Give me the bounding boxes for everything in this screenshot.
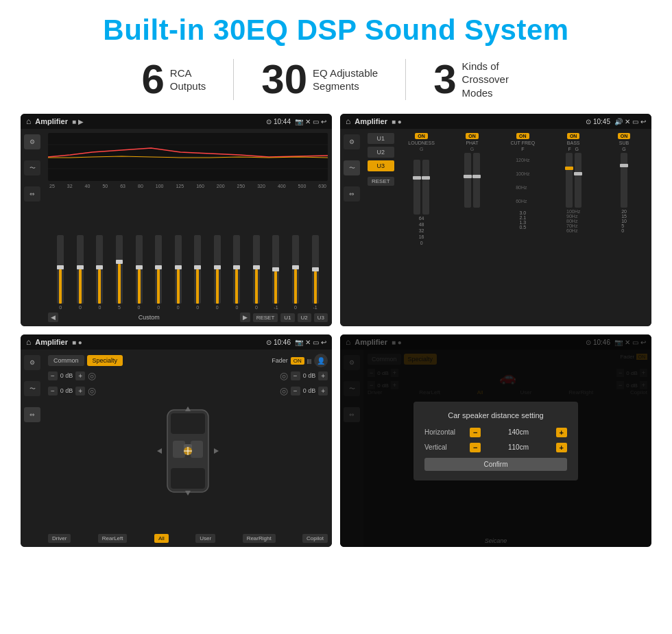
eq-next-btn[interactable]: ▶: [240, 313, 250, 322]
fader-bars: |||: [307, 358, 311, 364]
fader-rr-minus[interactable]: −: [291, 387, 300, 395]
fader-rl-plus[interactable]: +: [75, 387, 85, 395]
fader-fl-plus[interactable]: +: [75, 371, 85, 380]
horizontal-plus-btn[interactable]: +: [556, 428, 567, 437]
slider-1[interactable]: 0: [57, 235, 64, 310]
phat-toggle[interactable]: ON: [466, 133, 479, 139]
slider-14[interactable]: -1: [312, 235, 319, 310]
loudness-toggle[interactable]: ON: [415, 133, 428, 139]
slider-9[interactable]: 0: [214, 235, 221, 310]
rear-right-btn[interactable]: RearRight: [243, 534, 276, 543]
slider-3[interactable]: 0: [96, 235, 103, 310]
fader-rl-row: − 0 dB + ◎: [48, 385, 96, 396]
amp-sidebar-btn-2[interactable]: 〜: [344, 160, 360, 175]
cutfreq-toggle[interactable]: ON: [516, 133, 529, 139]
stats-row: 6 RCAOutputs 30 EQ AdjustableSegments 3 …: [21, 59, 651, 100]
fader-back-icon[interactable]: ↩: [321, 339, 326, 346]
user-btn[interactable]: User: [195, 534, 215, 543]
car-diagram: [101, 370, 274, 531]
amp-body: ⚙ 〜 ⇔ U1 U2 U3 RESET: [340, 129, 651, 326]
fader-sidebar-btn-2[interactable]: 〜: [24, 381, 40, 396]
back-icon[interactable]: ↩: [321, 118, 326, 125]
specialty-tab[interactable]: Specialty: [87, 355, 123, 366]
channel-loudness: ON LOUDNESS G: [398, 133, 445, 245]
fader-rr-plus[interactable]: +: [318, 387, 328, 395]
fader-home-icon[interactable]: ⌂: [26, 337, 31, 347]
eq-u1-btn[interactable]: U1: [280, 313, 294, 322]
fader-toggle[interactable]: ON: [291, 357, 304, 365]
amp-screen: ⌂ Amplifier ■ ● ⊙ 10:45 🔊 ✕ ▭ ↩ ⚙ 〜 ⇔: [340, 114, 651, 326]
fader-fr-minus[interactable]: −: [291, 371, 300, 380]
eq-dots: ■ ▶: [72, 118, 84, 125]
bass-toggle[interactable]: ON: [567, 133, 580, 139]
fader-fr-plus[interactable]: +: [318, 371, 328, 380]
eq-sidebar-btn-3[interactable]: ⇔: [24, 186, 40, 202]
window-icon[interactable]: ▭: [313, 118, 319, 125]
screens-grid: ⌂ Amplifier ■ ▶ ⊙ 10:44 📷 ✕ ▭ ↩ ⚙ 〜 ⇔: [21, 114, 651, 547]
fader-fl-val: 0 dB: [60, 372, 73, 379]
fader-icons: 📷 ✕ ▭ ↩: [295, 339, 326, 346]
u2-btn[interactable]: U2: [368, 147, 394, 158]
fader-person-icon[interactable]: 👤: [314, 354, 328, 367]
slider-12[interactable]: -1: [272, 235, 279, 310]
eq-prev-btn[interactable]: ◀: [48, 313, 58, 322]
phat-sub: G: [470, 147, 474, 151]
amp-home-icon[interactable]: ⌂: [346, 117, 350, 126]
copilot-btn[interactable]: Copilot: [302, 534, 328, 543]
eq-sidebar-btn-2[interactable]: 〜: [24, 160, 40, 175]
slider-11[interactable]: 0: [253, 235, 260, 310]
slider-10[interactable]: 0: [233, 235, 240, 310]
eq-sidebar-btn-1[interactable]: ⚙: [24, 134, 40, 149]
horizontal-minus-btn[interactable]: −: [470, 428, 481, 437]
slider-2[interactable]: 0: [77, 235, 84, 310]
fader-top-bar: Common Specialty Fader ON ||| 👤: [48, 354, 328, 367]
x-icon[interactable]: ✕: [305, 118, 311, 125]
vertical-plus-btn[interactable]: +: [556, 443, 567, 452]
rear-left-btn[interactable]: RearLeft: [98, 534, 128, 543]
u1-btn[interactable]: U1: [368, 133, 394, 144]
eq-app-title: Amplifier: [35, 117, 68, 125]
vertical-row: Vertical − 110cm +: [424, 443, 567, 452]
page: Built-in 30EQ DSP Sound System 6 RCAOutp…: [0, 0, 672, 634]
sub-toggle[interactable]: ON: [618, 133, 631, 139]
amp-sidebar-btn-1[interactable]: ⚙: [344, 134, 360, 149]
fader-label: Fader: [272, 357, 288, 364]
fader-rl-minus[interactable]: −: [48, 387, 58, 395]
eq-u3-btn[interactable]: U3: [314, 313, 328, 322]
confirm-button[interactable]: Confirm: [424, 458, 567, 471]
stat-rca-number: 6: [141, 59, 164, 100]
u3-btn[interactable]: U3: [368, 160, 394, 171]
slider-6[interactable]: 0: [155, 235, 162, 310]
slider-13[interactable]: 0: [292, 235, 299, 310]
fader-window-icon[interactable]: ▭: [313, 339, 319, 346]
amp-back-icon[interactable]: ↩: [640, 118, 646, 125]
vertical-minus-btn[interactable]: −: [470, 443, 481, 452]
amp-sidebar-btn-3[interactable]: ⇔: [344, 186, 360, 202]
fader-rl-val: 0 dB: [60, 387, 73, 394]
slider-7[interactable]: 0: [175, 235, 182, 310]
slider-4[interactable]: 5: [116, 235, 123, 310]
amp-reset-btn[interactable]: RESET: [368, 177, 394, 186]
driver-btn[interactable]: Driver: [48, 534, 71, 543]
dialog-overlay: Car speaker distance setting Horizontal …: [340, 334, 651, 547]
slider-8[interactable]: 0: [194, 235, 201, 310]
channel-cutfreq: ON CUT FREQ F 120Hz100Hz80Hz60Hz 3.02.11…: [499, 133, 546, 245]
camera-icon: 📷: [295, 118, 303, 125]
horizontal-label: Horizontal: [424, 428, 466, 436]
distance-dialog: Car speaker distance setting Horizontal …: [413, 402, 578, 480]
all-btn[interactable]: All: [154, 534, 169, 543]
amp-window-icon[interactable]: ▭: [632, 118, 638, 125]
eq-reset-btn[interactable]: RESET: [253, 313, 278, 322]
eq-u2-btn[interactable]: U2: [298, 313, 311, 322]
fader-bottom-labels: Driver RearLeft All User RearRight Copil…: [48, 534, 328, 543]
fader-sidebar-btn-3[interactable]: ⇔: [24, 407, 40, 422]
fader-fl-minus[interactable]: −: [48, 371, 58, 380]
fader-x-icon[interactable]: ✕: [305, 339, 311, 346]
vertical-label: Vertical: [424, 443, 466, 451]
amp-x-icon[interactable]: ✕: [625, 118, 630, 125]
eq-mode-label: Custom: [61, 314, 237, 321]
slider-5[interactable]: 0: [136, 235, 143, 310]
home-icon[interactable]: ⌂: [26, 117, 31, 126]
common-tab[interactable]: Common: [48, 355, 84, 366]
fader-sidebar-btn-1[interactable]: ⚙: [24, 355, 40, 370]
